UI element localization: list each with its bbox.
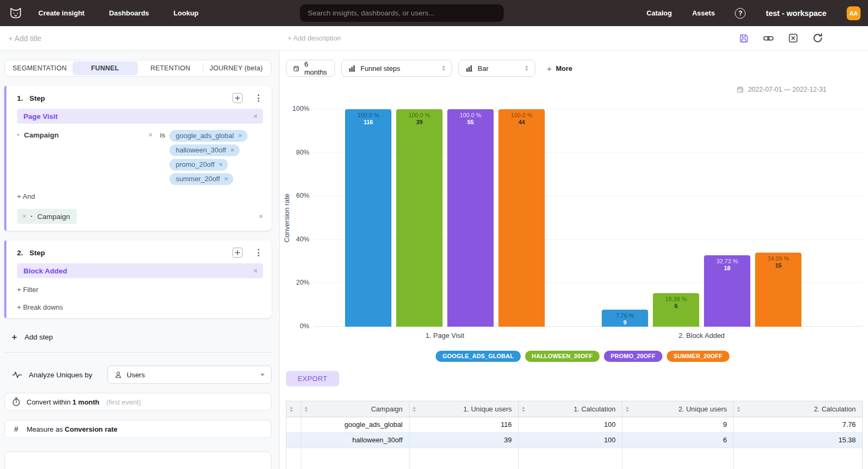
clipped-option-box [4, 451, 272, 469]
filter-property[interactable]: Campaign [24, 131, 59, 139]
filter-value-chip[interactable]: halloween_30off [169, 144, 240, 156]
convert-within-button[interactable]: Convert within 1 month (first event) [4, 393, 272, 411]
bar-halloween_30off[interactable]: 100.0 %39 [396, 109, 443, 327]
bar-chart-icon [348, 64, 356, 72]
chart-type-select[interactable]: Bar [458, 60, 535, 77]
sort-icon[interactable] [626, 407, 629, 412]
table-row[interactable]: halloween_30off39100615.38 [286, 433, 862, 448]
filter-value-chip[interactable]: summer_20off [169, 173, 233, 185]
nav-item-dashboards[interactable]: Dashboards [109, 9, 149, 17]
tab-segmentation[interactable]: SEGMENTATION [7, 61, 72, 75]
filter-operator[interactable]: is [160, 131, 165, 139]
step1-event[interactable]: Page Visit [23, 112, 58, 120]
save-icon[interactable] [738, 33, 750, 44]
table-cell: 7.76 [734, 417, 862, 432]
remove-filter-icon[interactable] [148, 131, 152, 139]
step2-event[interactable]: Block Added [23, 267, 67, 275]
bar-count-label: 55 [447, 119, 494, 125]
results-table: Campaign1. Unique users1. Calculation2. … [286, 401, 863, 469]
chip-remove-icon[interactable] [238, 132, 242, 139]
sort-icon[interactable] [737, 407, 740, 412]
bar-summer_20off[interactable]: 100.0 %44 [498, 109, 545, 327]
add-breakdowns-link[interactable]: + Break downs [17, 303, 263, 311]
table-row-partial [286, 448, 862, 469]
column-header-1-unique-users[interactable]: 1. Unique users [410, 401, 519, 417]
breakdown-chip[interactable]: Campaign [17, 209, 77, 224]
date-range-button[interactable]: 6 months [286, 60, 335, 77]
legend-pill-summer_20off[interactable]: SUMMER_20OFF [667, 351, 730, 362]
add-description-button[interactable]: + Add description [288, 34, 341, 42]
y-tick-label: 0% [300, 322, 309, 330]
add-filter-link[interactable]: + Filter [17, 286, 263, 294]
view-select[interactable]: Funnel steps [341, 60, 452, 77]
select-caret-icon [525, 66, 528, 71]
tab-funnel[interactable]: FUNNEL [72, 61, 138, 75]
column-header-2-calculation[interactable]: 2. Calculation [734, 401, 862, 417]
table-cell [301, 448, 410, 469]
add-and-condition[interactable]: + And [17, 192, 263, 200]
search-input[interactable] [300, 4, 504, 22]
bar-google_ads_global[interactable]: 7.76 %9 [602, 310, 648, 327]
legend-pill-promo_20off[interactable]: PROMO_20OFF [604, 351, 662, 362]
measure-as-button[interactable]: Measure as Conversion rate [4, 420, 272, 438]
bar-halloween_30off[interactable]: 15.38 %6 [653, 293, 699, 327]
tab-retention[interactable]: RETENTION [138, 61, 203, 75]
remove-breakdown-row-icon[interactable] [259, 213, 263, 220]
remove-event-icon[interactable] [253, 267, 258, 274]
legend-pill-google_ads_global[interactable]: GOOGLE_ADS_GLOBAL [436, 351, 521, 362]
add-title-button[interactable]: + Add title [9, 34, 42, 43]
help-icon[interactable] [735, 8, 746, 19]
nav-item-catalog[interactable]: Catalog [646, 9, 672, 17]
copy-link-icon[interactable] [763, 33, 774, 44]
tab-journey-beta-[interactable]: JOURNEY (beta) [203, 61, 269, 75]
y-tick-label: 80% [296, 149, 309, 156]
export-button[interactable]: EXPORT [286, 371, 339, 386]
x-axis-label: 1. Page Visit [345, 331, 545, 339]
remove-breakdown-icon[interactable] [22, 213, 26, 220]
table-row[interactable]: google_ads_global11610097.76 [286, 417, 862, 433]
more-button[interactable]: + More [547, 64, 572, 73]
bar-promo_20off[interactable]: 32.73 %18 [704, 255, 750, 327]
bar-google_ads_global[interactable]: 100.0 %116 [345, 109, 391, 327]
step-menu-icon[interactable] [253, 248, 263, 257]
clear-icon[interactable] [787, 33, 799, 44]
applied-date-range-value: 2022-07-01 — 2022-12-31 [748, 86, 826, 93]
bar-summer_20off[interactable]: 34.09 %15 [755, 253, 801, 327]
sort-icon[interactable] [305, 407, 308, 412]
analyze-row: Analyze Uniques by Users [4, 366, 272, 384]
step-menu-icon[interactable] [253, 93, 263, 103]
step-card-2: 2. Step Block Added + Filter + Break [4, 240, 272, 318]
avatar[interactable]: AA [847, 6, 861, 20]
filter-value-chip[interactable]: google_ads_global [169, 130, 248, 142]
nav-item-assets[interactable]: Assets [692, 9, 715, 17]
column-header-campaign[interactable]: Campaign [301, 401, 410, 417]
applied-date-range[interactable]: 2022-07-01 — 2022-12-31 [736, 86, 826, 93]
filter-value-chips: google_ads_globalhalloween_30offpromo_20… [169, 130, 263, 185]
sort-icon[interactable] [522, 407, 525, 412]
bar-promo_20off[interactable]: 100.0 %55 [447, 109, 494, 327]
chip-remove-icon[interactable] [219, 161, 223, 168]
chip-remove-icon[interactable] [230, 147, 234, 153]
remove-event-icon[interactable] [253, 112, 258, 120]
chip-label: promo_20off [176, 160, 215, 168]
chip-remove-icon[interactable] [224, 175, 228, 182]
column-header-label: 2. Calculation [814, 405, 856, 413]
add-filter-icon[interactable] [232, 247, 243, 258]
filter-value-chip[interactable]: promo_20off [169, 159, 228, 171]
step1-filter-row: Campaign is google_ads_globalhalloween_3… [17, 130, 263, 185]
refresh-icon[interactable] [812, 33, 823, 44]
app-logo-icon[interactable] [7, 5, 23, 21]
workspace-menu[interactable]: test - workspace [766, 9, 826, 18]
column-header-index[interactable] [286, 401, 301, 417]
column-header-2-unique-users[interactable]: 2. Unique users [623, 401, 734, 417]
sort-icon[interactable] [290, 407, 293, 412]
column-header-1-calculation[interactable]: 1. Calculation [519, 401, 623, 417]
add-step-button[interactable]: Add step [4, 333, 272, 342]
add-filter-icon[interactable] [232, 93, 243, 103]
nav-item-create-insight[interactable]: Create insight [38, 9, 85, 17]
sort-icon[interactable] [413, 407, 416, 412]
plus-icon: + [547, 64, 552, 73]
legend-pill-halloween_30off[interactable]: HALLOWEEN_30OFF [525, 351, 600, 362]
nav-item-lookup[interactable]: Lookup [174, 9, 199, 17]
analyze-uniques-select[interactable]: Users [108, 366, 272, 384]
